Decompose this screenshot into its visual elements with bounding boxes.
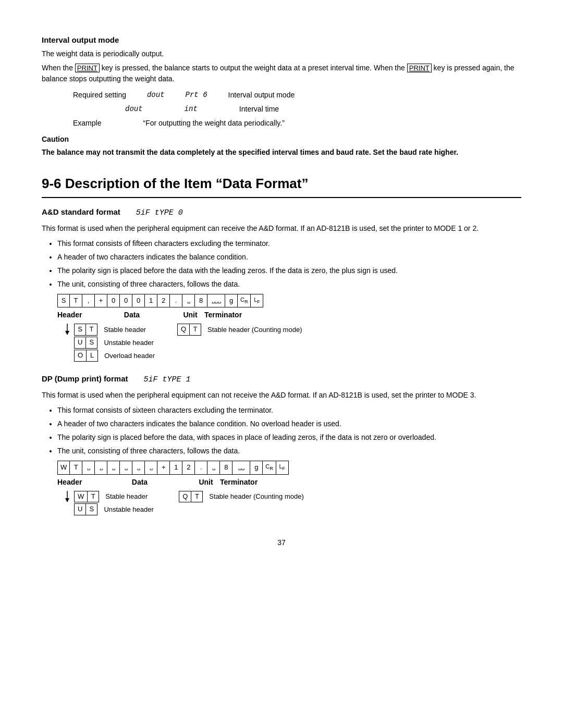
dp-cell-T: T [70, 461, 82, 474]
ad-label-header: Header [57, 310, 88, 320]
dp-hdr-T2: T [191, 491, 203, 503]
cell-CR: CR [238, 294, 251, 307]
dp-detail-row-2: U S Unstable header [74, 503, 304, 515]
required-val1: dout [147, 90, 165, 101]
required-desc1: Interval output mode [228, 90, 295, 101]
ad-hdr-cells-ST: S T [74, 324, 97, 336]
cell-dot: . [170, 294, 182, 307]
dp-hdr-T: T [88, 491, 99, 503]
dp-cell-LF: LF [276, 461, 289, 474]
dp-hdr-U: U [75, 504, 86, 515]
required-setting-row2: dout int Interval time [125, 104, 521, 115]
dp-dump-type: 5iF tYPE 1 [144, 374, 191, 386]
required-val4: int [185, 104, 198, 115]
dp-dump-header: DP (Dump print) format 5iF tYPE 1 [42, 373, 521, 387]
dp-detail-rows: W T Stable header Q T Stable header (Cou… [74, 491, 304, 517]
ad-detail-row-3: O L Overload header [74, 350, 302, 362]
ad-label-spacer1: Data [88, 310, 176, 320]
cell-T: T [70, 294, 82, 307]
required-val2: Prt 6 [186, 90, 207, 101]
required-desc2: Interval time [239, 104, 279, 115]
required-val3: dout [125, 104, 143, 115]
ad-hdr-cells-OL: O L [74, 350, 98, 362]
dp-cell-sp1: ␣ [82, 461, 95, 474]
ad-hdr-U: U [75, 337, 86, 349]
dp-hdr-desc-US: Unstable header [104, 504, 153, 515]
ad-hdr-S2: S [86, 337, 97, 349]
dp-format-diagram: W T ␣ ␣ ␣ ␣ ␣ ␣ + 1 2 . ␣ 8 ␣␣ g CR LF H… [57, 461, 521, 516]
dp-cell-CR: CR [263, 461, 276, 474]
dp-label-unit: Unit [192, 477, 220, 488]
dp-bullet-3: The polarity sign is placed before the d… [57, 432, 521, 443]
cell-comma: , [82, 294, 95, 307]
cell-8: 8 [195, 294, 207, 307]
section-title: 9-6 Description of the Item “Data Format… [42, 174, 521, 198]
dp-detail-row-1: W T Stable header Q T Stable header (Cou… [74, 491, 304, 503]
ad-standard-title: A&D standard format [42, 206, 120, 218]
arrow-down-icon [64, 324, 71, 335]
interval-output-section: Interval output mode The weight data is … [42, 34, 521, 158]
dp-cell-sp6: ␣ [145, 461, 157, 474]
page-number: 37 [42, 537, 521, 548]
dp-hdr-desc-WT: Stable header [105, 491, 148, 502]
cell-spaces: ␣␣␣ [207, 294, 225, 307]
dp-cell-W: W [57, 461, 70, 474]
ad-hdr-cells-QT: Q T [177, 324, 201, 336]
bullet-3: The polarity sign is placed before the d… [57, 265, 521, 276]
ad-hdr-T2: T [190, 324, 201, 336]
ad-standard-para1: This format is used when the peripheral … [42, 223, 521, 234]
ad-hdr-T: T [86, 324, 97, 336]
interval-para2: When the PRINT key is pressed, the balan… [42, 63, 521, 84]
dp-hdr-desc-QT: Stable header (Counting mode) [209, 491, 303, 502]
bullet-2: A header of two characters indicates the… [57, 252, 521, 263]
required-label: Required setting [73, 90, 126, 101]
example-text: “For outputting the weight data periodic… [143, 118, 284, 129]
dp-hdr-cells-WT: W T [74, 491, 99, 503]
ad-hdr-desc-OL: Overload header [104, 351, 155, 361]
interval-para1: The weight data is periodically output. [42, 48, 521, 59]
ad-hdr-Q: Q [178, 324, 190, 336]
svg-marker-1 [65, 331, 69, 335]
interval-output-title: Interval output mode [42, 34, 521, 46]
svg-marker-3 [65, 498, 69, 502]
cell-LF: LF [251, 294, 263, 307]
ad-label-unit: Unit [176, 310, 204, 320]
caution-text: The balance may not transmit the data co… [42, 147, 521, 158]
cell-0b: 0 [120, 294, 132, 307]
dp-hdr-S: S [86, 504, 97, 515]
print-key1: PRINT [75, 64, 100, 72]
dp-cell-sp5: ␣ [132, 461, 145, 474]
ad-standard-type: 5iF tYPE 0 [136, 207, 183, 219]
caution-title: Caution [42, 134, 521, 145]
dp-cell-plus: + [157, 461, 170, 474]
dp-cell-2: 2 [182, 461, 195, 474]
ad-standard-header: A&D standard format 5iF tYPE 0 [42, 206, 521, 220]
dp-arrow [64, 491, 71, 505]
ad-labels-row: Header Data Unit Terminator [57, 310, 521, 320]
dp-cell-g: g [250, 461, 263, 474]
ad-hdr-S: S [75, 324, 86, 336]
dp-bullet-2: A header of two characters indicates the… [57, 418, 521, 429]
dp-detail-container: W T Stable header Q T Stable header (Cou… [57, 491, 521, 517]
ad-hdr-cells-US: U S [74, 337, 97, 349]
ad-hdr-L: L [87, 350, 98, 362]
dp-labels-row: Header Data Unit Terminator [57, 477, 521, 488]
ad-hdr-desc-US: Unstable header [104, 338, 153, 348]
dp-cell-8: 8 [220, 461, 232, 474]
dp-bullet-4: The unit, consisting of three characters… [57, 446, 521, 456]
dp-bullet-1: This format consists of sixteen characte… [57, 405, 521, 416]
dp-cell-sp4: ␣ [120, 461, 132, 474]
ad-detail-rows: S T Stable header Q T Stable header (Cou… [74, 324, 302, 363]
example-label: Example [73, 118, 101, 129]
dp-hdr-cells-QT: Q T [179, 491, 203, 503]
cell-1: 1 [145, 294, 157, 307]
ad-format-diagram: S T , + 0 0 0 1 2 . ␣ 8 ␣␣␣ g CR LF Head… [57, 294, 521, 363]
cell-plus: + [95, 294, 107, 307]
ad-arrow [64, 324, 71, 338]
dp-arrow-down-icon [64, 491, 71, 502]
ad-hdr-desc-QT: Stable header (Counting mode) [207, 325, 302, 335]
dp-cell-sp2: ␣ [95, 461, 107, 474]
dp-cells-row: W T ␣ ␣ ␣ ␣ ␣ ␣ + 1 2 . ␣ 8 ␣␣ g CR LF [57, 461, 521, 474]
dp-dump-title: DP (Dump print) format [42, 373, 128, 385]
bullet-4: The unit, consisting of three characters… [57, 279, 521, 290]
